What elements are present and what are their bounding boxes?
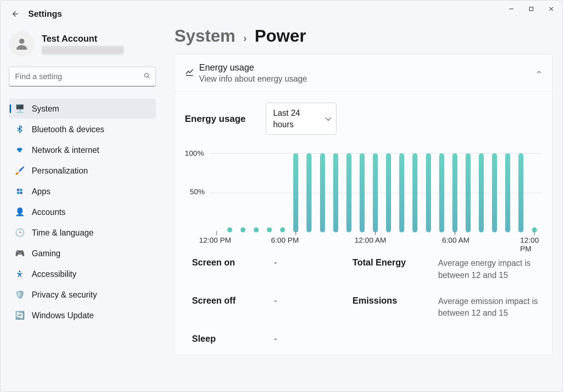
sidebar-item-label: Time & language (32, 228, 93, 238)
sidebar-item-label: Gaming (32, 249, 61, 258)
chart-bar[interactable] (276, 153, 289, 232)
breadcrumb-current: Power (255, 26, 306, 46)
chevron-right-icon: › (243, 32, 247, 44)
chart-bar[interactable] (475, 153, 488, 232)
accounts-icon: 👤 (13, 207, 26, 217)
sidebar-item-privacy-security[interactable]: 🛡️Privacy & security (9, 285, 156, 305)
stat-total-energy-desc: Average energy impact is between 12 and … (438, 257, 542, 281)
svg-rect-8 (17, 189, 20, 191)
account-name: Test Account (42, 33, 124, 44)
sidebar-item-apps[interactable]: Apps (9, 181, 156, 201)
svg-rect-9 (20, 189, 22, 191)
energy-usage-card: Energy usage View info about energy usag… (174, 54, 553, 355)
sidebar-item-label: Privacy & security (32, 290, 97, 300)
sidebar-item-label: Accessibility (32, 269, 76, 279)
time-icon: 🕒 (13, 228, 26, 237)
breadcrumb-parent[interactable]: System (174, 26, 235, 46)
sidebar-item-label: Network & internet (32, 145, 99, 155)
chart-bar[interactable] (223, 153, 236, 232)
chart-bar[interactable] (289, 153, 303, 232)
timerange-value: Last 24 hours (273, 108, 300, 129)
x-tick-label: 6:00 PM (271, 236, 299, 244)
sidebar-item-system[interactable]: 🖥️System (9, 99, 156, 119)
svg-rect-10 (17, 192, 20, 194)
chart-bar[interactable] (395, 153, 409, 232)
sidebar-item-gaming[interactable]: 🎮Gaming (9, 243, 156, 263)
wifi-icon (13, 146, 26, 154)
gaming-icon: 🎮 (13, 249, 26, 258)
chevron-up-icon (536, 69, 542, 77)
chart-bar[interactable] (342, 153, 355, 232)
energy-card-subtitle: View info about energy usage (199, 74, 536, 84)
x-tick-label: 12:00 AM (355, 236, 386, 244)
chart-bar[interactable] (409, 153, 422, 232)
search-box[interactable] (9, 67, 156, 87)
svg-rect-11 (20, 192, 22, 194)
sidebar-item-label: Apps (32, 187, 50, 196)
search-input[interactable] (9, 67, 156, 87)
stat-screen-off-value: - (274, 295, 352, 319)
chart-bar[interactable] (369, 153, 382, 232)
energy-stats: Screen on - Total Energy Average energy … (185, 257, 542, 344)
bluetooth-icon (13, 125, 26, 133)
stat-screen-on-label: Screen on (192, 257, 274, 281)
🖌️-icon: 🖌️ (13, 166, 26, 175)
timerange-dropdown[interactable]: Last 24 hours (266, 103, 336, 135)
chart-bar[interactable] (435, 153, 448, 232)
🖥️-icon: 🖥️ (13, 104, 26, 113)
stat-sleep-value: - (274, 334, 352, 344)
stat-sleep-label: Sleep (192, 334, 274, 344)
windows-icon: 🔄 (13, 311, 26, 320)
sidebar-item-label: Windows Update (32, 311, 94, 320)
chart-icon (185, 67, 199, 79)
x-tick-label: 12:00 PM (520, 236, 539, 253)
x-axis-labels: 12:00 PM6:00 PM12:00 AM6:00 AM12:00 PM (199, 236, 542, 247)
x-tick-label: 6:00 AM (442, 236, 470, 244)
sidebar-item-personalization[interactable]: 🖌️Personalization (9, 161, 156, 181)
stat-screen-on-value: - (274, 257, 352, 281)
nav-list: 🖥️SystemBluetooth & devicesNetwork & int… (9, 99, 156, 325)
chart-bar[interactable] (210, 153, 223, 232)
chart-bar[interactable] (514, 153, 528, 232)
sidebar-item-windows-update[interactable]: 🔄Windows Update (9, 305, 156, 325)
account-email-redacted (42, 46, 124, 55)
sidebar-item-label: Personalization (32, 166, 88, 176)
chart-bar[interactable] (355, 153, 369, 232)
sidebar-item-accounts[interactable]: 👤Accounts (9, 202, 156, 222)
chart-bar[interactable] (263, 153, 276, 232)
chart-bar[interactable] (329, 153, 342, 232)
back-button[interactable] (10, 9, 20, 19)
stat-emissions-label: Emissions (352, 295, 438, 319)
y-axis-label-100: 100% (185, 149, 204, 158)
chart-bar[interactable] (316, 153, 329, 232)
chart-bar[interactable] (501, 153, 514, 232)
chart-bar[interactable] (303, 153, 316, 232)
chart-bar[interactable] (488, 153, 501, 232)
chart-bar[interactable] (461, 153, 475, 232)
🛡️-icon: 🛡️ (13, 290, 26, 299)
sidebar-item-bluetooth-devices[interactable]: Bluetooth & devices (9, 119, 156, 139)
x-tick-label: 12:00 PM (199, 236, 231, 244)
energy-card-title: Energy usage (199, 62, 536, 73)
sidebar-item-time-language[interactable]: 🕒Time & language (9, 223, 156, 243)
avatar (9, 31, 35, 57)
sidebar-item-accessibility[interactable]: Accessibility (9, 264, 156, 284)
account-block[interactable]: Test Account (9, 31, 156, 57)
stat-emissions-desc: Average emission impact is between 12 an… (438, 295, 542, 319)
chart-bar[interactable] (382, 153, 395, 232)
chart-bar[interactable] (236, 153, 249, 232)
svg-point-12 (19, 270, 21, 272)
energy-section-label: Energy usage (185, 113, 246, 124)
sidebar-item-label: System (32, 104, 59, 114)
sidebar-item-label: Bluetooth & devices (32, 125, 104, 134)
svg-point-5 (19, 38, 25, 44)
chart-bar[interactable] (448, 153, 461, 232)
sidebar-item-network-internet[interactable]: Network & internet (9, 140, 156, 160)
chart-bar[interactable] (422, 153, 435, 232)
stat-screen-off-label: Screen off (192, 295, 274, 319)
chart-bar[interactable] (528, 153, 541, 232)
chart-bar[interactable] (249, 153, 263, 232)
energy-card-header[interactable]: Energy usage View info about energy usag… (175, 55, 552, 92)
acc-icon (13, 270, 26, 278)
content: System › Power Energy usage View info ab… (164, 21, 563, 392)
